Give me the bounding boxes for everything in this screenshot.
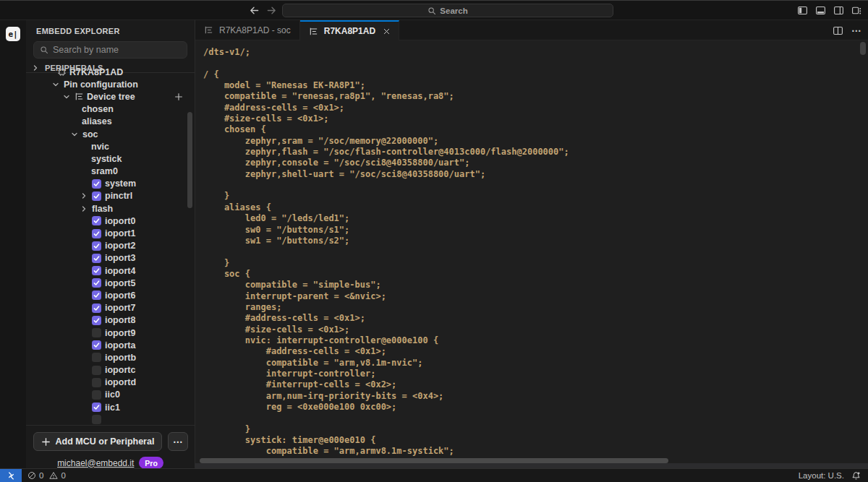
tree-item-pin-configuration[interactable]: Pin configuration [26, 78, 195, 90]
tree-item-ioport6[interactable]: ioport6 [26, 289, 195, 301]
checkbox[interactable] [92, 179, 101, 189]
tree-item-ioport8[interactable]: ioport8 [26, 314, 195, 327]
split-editor-icon[interactable] [833, 25, 843, 36]
editor-vertical-scrollbar[interactable] [860, 42, 866, 55]
tab-r7ka8p1ad-soc[interactable]: R7KA8P1AD - soc [195, 20, 300, 40]
checkbox[interactable] [92, 266, 101, 275]
editor-horizontal-scrollbar[interactable] [200, 458, 668, 463]
chevron-right-icon[interactable] [80, 205, 92, 212]
checkbox[interactable] [92, 328, 101, 337]
tree-item-ioportd[interactable]: ioportd [26, 376, 195, 389]
tree-item-chosen[interactable]: chosen [26, 103, 195, 116]
toggle-secondary-sidebar-icon[interactable] [832, 5, 845, 16]
search-icon [427, 7, 436, 15]
tree-item-pinctrl[interactable]: pinctrl [26, 190, 195, 202]
chevron-down-icon[interactable] [71, 131, 82, 138]
tree-item-sram0[interactable]: sram0 [26, 165, 195, 178]
tab-label: R7KA8P1AD - soc [219, 25, 291, 35]
code-editor[interactable]: /dts-v1/; / { model = "Renesas EK-RA8P1"… [195, 40, 868, 468]
tree-item-ioport0[interactable]: ioport0 [26, 215, 195, 227]
code-line: compatible = "arm,v8.1m-nvic"; [203, 358, 868, 369]
checkbox[interactable] [92, 316, 101, 325]
tree-item-label: ioport3 [105, 253, 135, 263]
keyboard-layout[interactable]: Layout: U.S. [799, 471, 844, 480]
tree-item-systick[interactable]: systick [26, 152, 195, 165]
tree-item-ioport2[interactable]: ioport2 [26, 240, 195, 252]
tree-item-ioport4[interactable]: ioport4 [26, 264, 195, 277]
tree-item-label: ioport1 [105, 228, 135, 238]
close-icon[interactable] [383, 28, 390, 35]
tree-item-soc[interactable]: soc [26, 128, 195, 140]
tree-item-system[interactable]: system [26, 178, 195, 190]
add-node-button[interactable] [174, 92, 183, 101]
tree-icon [75, 92, 85, 101]
more-actions-icon[interactable]: ⋯ [168, 432, 188, 451]
notifications-bell-icon[interactable] [851, 471, 861, 481]
checkbox[interactable] [92, 216, 101, 225]
checkbox[interactable] [92, 340, 101, 350]
tree-item-ioport5[interactable]: ioport5 [26, 277, 195, 289]
tree-item-aliases[interactable]: aliases [26, 116, 195, 128]
tree-item-ioport7[interactable]: ioport7 [26, 302, 195, 314]
tree-item-ioporta[interactable]: ioporta [26, 339, 195, 351]
code-line: sw1 = "/buttons/s2"; [203, 236, 868, 246]
tree-item-label: system [105, 178, 136, 189]
checkbox[interactable] [92, 403, 101, 412]
tree-item-ioport1[interactable]: ioport1 [26, 227, 195, 239]
code-line: } [203, 424, 868, 435]
sidebar-search[interactable] [33, 41, 187, 59]
checkbox[interactable] [92, 415, 101, 424]
tab-r7ka8p1ad[interactable]: R7KA8P1AD [300, 20, 399, 40]
checkbox[interactable] [92, 353, 101, 362]
toggle-panel-icon[interactable] [814, 5, 827, 16]
checkbox[interactable] [92, 378, 101, 387]
tree-item-ioportc[interactable]: ioportc [26, 364, 195, 376]
remote-indicator[interactable] [0, 469, 22, 482]
checkbox[interactable] [92, 254, 101, 263]
chevron-down-icon[interactable] [52, 81, 64, 88]
checkbox[interactable] [92, 366, 101, 375]
toggle-primary-sidebar-icon[interactable] [796, 5, 809, 16]
code-line: soc { [203, 269, 868, 280]
tree-item-device-tree[interactable]: Device tree [26, 90, 195, 103]
tree-item-nvic[interactable]: nvic [26, 140, 195, 152]
tree-item-label: ioport5 [105, 278, 135, 288]
sidebar-scrollbar[interactable] [187, 112, 192, 208]
customize-layout-icon[interactable] [850, 5, 863, 16]
checkbox[interactable] [92, 278, 101, 288]
global-search[interactable]: Search [282, 4, 613, 17]
chevron-down-icon[interactable] [63, 93, 75, 100]
sidebar-title: EMBEDD EXPLORER [36, 27, 120, 35]
tree-item-flash[interactable]: flash [26, 202, 195, 215]
checkbox[interactable] [92, 291, 101, 300]
tree-item-iic1[interactable]: iic1 [26, 401, 195, 413]
forward-icon[interactable] [266, 5, 277, 16]
nav-arrows [249, 1, 277, 20]
account-email-link[interactable]: michael@embedd.it [57, 458, 134, 468]
checkbox[interactable] [92, 304, 101, 313]
back-icon[interactable] [249, 5, 260, 16]
editor-bottom-strip [195, 463, 868, 468]
search-input[interactable] [53, 45, 181, 55]
checkbox[interactable] [92, 191, 101, 201]
code-line: #size-cells = <0x1>; [203, 324, 868, 335]
tree-item-iic0[interactable]: iic0 [26, 389, 195, 401]
tree-item-label: sram0 [91, 166, 118, 176]
tree-item-ioport9[interactable]: ioport9 [26, 327, 195, 339]
code-line [203, 246, 868, 257]
tree-item-ioportb[interactable]: ioportb [26, 351, 195, 363]
chevron-right-icon[interactable] [80, 192, 92, 199]
embedd-logo-icon[interactable]: e| [6, 27, 20, 41]
tree-item-r7ka8p1ad[interactable]: R7KA8P1AD [26, 66, 195, 78]
editor-actions: ⋯ [833, 20, 861, 40]
tree-item-cut-off[interactable] [26, 413, 195, 425]
sidebar-footer: Add MCU or Peripheral ⋯ michael@embedd.i… [26, 425, 195, 468]
search-icon [40, 46, 48, 54]
checkbox[interactable] [92, 390, 101, 400]
add-mcu-button[interactable]: Add MCU or Peripheral [33, 432, 162, 451]
problems-indicator[interactable]: 0 0 [27, 471, 69, 480]
code-line: zephyr,console = "/soc/sci8@40358800/uar… [203, 158, 868, 168]
checkbox[interactable] [92, 241, 101, 251]
checkbox[interactable] [92, 229, 101, 238]
tree-item-ioport3[interactable]: ioport3 [26, 252, 195, 264]
